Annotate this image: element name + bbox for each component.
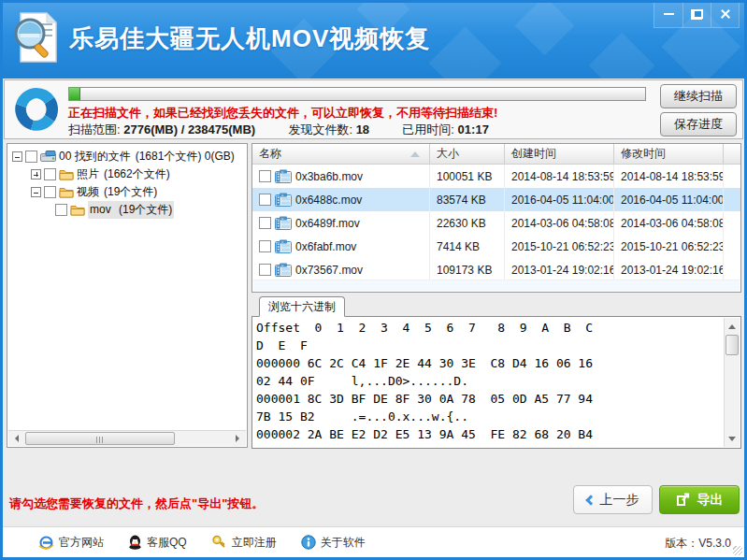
file-created: 2014-03-06 04:58:08 bbox=[505, 211, 614, 235]
expand-icon[interactable] bbox=[31, 169, 41, 179]
scrollbar-thumb[interactable] bbox=[25, 432, 175, 445]
app-logo-icon bbox=[9, 9, 62, 65]
video-file-icon: u bbox=[275, 239, 292, 253]
scroll-left-button[interactable] bbox=[8, 431, 24, 446]
elapsed-value: 01:17 bbox=[458, 122, 489, 136]
sort-ascending-icon bbox=[410, 151, 420, 157]
tree-checkbox[interactable] bbox=[44, 186, 56, 198]
folder-icon bbox=[70, 204, 85, 216]
scanning-spinner-icon bbox=[12, 85, 61, 134]
file-size: 83574 KB bbox=[430, 188, 505, 211]
file-created: 2014-08-14 18:53:59 bbox=[505, 165, 614, 188]
scan-range-label: 扫描范围: bbox=[68, 122, 121, 136]
file-size: 109173 KB bbox=[430, 258, 505, 281]
file-name: 0x73567.mov bbox=[295, 264, 363, 277]
close-button[interactable] bbox=[711, 0, 739, 27]
file-created: 2016-04-05 11:04:00 bbox=[505, 188, 614, 211]
resize-grip[interactable] bbox=[733, 546, 742, 555]
titlebar-decoration bbox=[429, 27, 502, 79]
column-header-name[interactable]: 名称 bbox=[252, 144, 430, 164]
restore-icon bbox=[693, 9, 702, 19]
continue-scan-button[interactable]: 继续扫描 bbox=[660, 84, 737, 108]
arrow-down-icon bbox=[728, 437, 736, 445]
hex-view-tab[interactable]: 浏览十六进制 bbox=[259, 296, 345, 317]
recovery-hint: 请勾选您需要恢复的文件，然后点"导出"按钮。 bbox=[9, 495, 264, 512]
collapse-icon[interactable] bbox=[12, 151, 22, 162]
video-file-icon: u bbox=[275, 193, 292, 207]
export-icon bbox=[676, 493, 691, 507]
table-row[interactable]: u 0x73567.mov 109173 KB 2013-01-24 19:02… bbox=[252, 258, 740, 281]
scrollbar-thumb[interactable] bbox=[725, 335, 739, 355]
tree-checkbox[interactable] bbox=[44, 168, 56, 180]
support-qq-link[interactable]: 客服QQ bbox=[128, 535, 187, 551]
tree-item-count: (1662个文件) bbox=[104, 166, 170, 182]
app-window: 乐易佳大疆无人机MOV视频恢复 正在扫描文件，如果已经找到您丢失的文件，可以立即… bbox=[0, 0, 747, 560]
tree-checkbox[interactable] bbox=[25, 151, 37, 163]
chevron-left-icon bbox=[585, 495, 596, 505]
table-row[interactable]: u 0x6489f.mov 22630 KB 2014-03-06 04:58:… bbox=[252, 211, 740, 235]
restore-button[interactable] bbox=[682, 0, 711, 27]
table-row[interactable]: u 0x6fabf.mov 7414 KB 2015-10-21 06:52:2… bbox=[252, 235, 740, 258]
tree-horizontal-scrollbar[interactable] bbox=[8, 430, 246, 446]
register-link[interactable]: 立即注册 bbox=[211, 535, 277, 551]
minimize-button[interactable] bbox=[654, 0, 682, 27]
row-checkbox[interactable] bbox=[259, 264, 271, 276]
folder-tree-panel: 00 找到的文件 (1681个文件) 0(GB) 照片 (1662个文件) bbox=[7, 143, 248, 448]
file-modified: 2014-08-14 18:53:59 bbox=[614, 165, 724, 188]
scan-status-message: 正在扫描文件，如果已经找到您丢失的文件，可以立即恢复，不用等待扫描结束! bbox=[68, 105, 497, 122]
svg-text:u: u bbox=[281, 194, 283, 197]
column-header-filler bbox=[724, 144, 740, 164]
svg-text:u: u bbox=[281, 170, 283, 174]
arrow-up-icon bbox=[728, 321, 736, 329]
row-checkbox[interactable] bbox=[259, 240, 271, 252]
thumb-grip-icon bbox=[96, 437, 104, 443]
tree-item-videos[interactable]: 视频 (19个文件) bbox=[12, 183, 247, 201]
arrow-right-icon bbox=[236, 435, 243, 442]
tree-item-root[interactable]: 00 找到的文件 (1681个文件) 0(GB) bbox=[12, 148, 247, 165]
file-list-panel: 名称 大小 创建时间 修改时间 u 0x3ba6b.mov 100051 KB … bbox=[251, 143, 741, 293]
row-checkbox[interactable] bbox=[259, 170, 271, 182]
scroll-up-button[interactable] bbox=[725, 318, 740, 333]
tree-item-label: mov bbox=[90, 203, 111, 216]
hex-content: Offset 0 1 2 3 4 5 6 7 8 9 A B C D E F 0… bbox=[256, 319, 722, 446]
collapse-icon[interactable] bbox=[31, 187, 41, 197]
column-header-created[interactable]: 创建时间 bbox=[505, 144, 614, 164]
tree-item-count: (19个文件) bbox=[104, 184, 157, 200]
window-controls bbox=[654, 0, 740, 28]
found-files-label: 发现文件数: bbox=[288, 122, 352, 136]
tree-item-label: 00 找到的文件 bbox=[59, 149, 131, 165]
tree-item-label: 照片 bbox=[77, 166, 99, 182]
footer-bar: 官方网站 客服QQ 立即注册 bbox=[3, 526, 744, 557]
back-button[interactable]: 上一步 bbox=[573, 485, 653, 514]
scan-range-value: 2776(MB) / 238475(MB) bbox=[123, 122, 255, 136]
scroll-down-button[interactable] bbox=[725, 432, 740, 447]
window-title: 乐易佳大疆无人机MOV视频恢复 bbox=[69, 22, 430, 55]
file-modified: 2014-03-06 04:58:08 bbox=[614, 211, 724, 235]
qq-icon bbox=[128, 535, 142, 551]
official-site-link[interactable]: 官方网站 bbox=[38, 535, 104, 551]
column-header-size[interactable]: 大小 bbox=[430, 144, 505, 164]
file-name: 0x6fabf.mov bbox=[295, 240, 356, 253]
hex-vertical-scrollbar[interactable] bbox=[724, 318, 740, 447]
save-progress-button[interactable]: 保存进度 bbox=[660, 112, 737, 136]
table-row-selected[interactable]: u 0x6488c.mov 83574 KB 2016-04-05 11:04:… bbox=[252, 188, 740, 211]
row-checkbox[interactable] bbox=[259, 194, 271, 206]
file-modified: 2013-01-24 19:02:16 bbox=[614, 258, 724, 281]
about-link[interactable]: 关于软件 bbox=[301, 535, 366, 551]
arrow-left-icon bbox=[11, 435, 19, 442]
video-file-icon: u bbox=[275, 169, 292, 183]
tree-item-photos[interactable]: 照片 (1662个文件) bbox=[12, 165, 247, 183]
column-header-modified[interactable]: 修改时间 bbox=[614, 144, 724, 164]
tree-item-mov[interactable]: mov (19个文件) bbox=[12, 201, 247, 219]
close-icon bbox=[720, 8, 731, 20]
table-row[interactable]: u 0x3ba6b.mov 100051 KB 2014-08-14 18:53… bbox=[252, 165, 740, 188]
export-button[interactable]: 导出 bbox=[659, 485, 740, 514]
scan-info-line: 扫描范围: 2776(MB) / 238475(MB) 发现文件数: 18 已用… bbox=[68, 122, 489, 138]
titlebar-decoration bbox=[515, 0, 575, 55]
scroll-right-button[interactable] bbox=[230, 431, 246, 446]
row-checkbox[interactable] bbox=[259, 217, 271, 229]
file-modified: 2015-10-21 06:52:23 bbox=[614, 235, 724, 258]
tree-checkbox[interactable] bbox=[55, 204, 67, 216]
file-size: 22630 KB bbox=[430, 211, 505, 235]
file-created: 2015-10-21 06:52:23 bbox=[505, 235, 614, 258]
